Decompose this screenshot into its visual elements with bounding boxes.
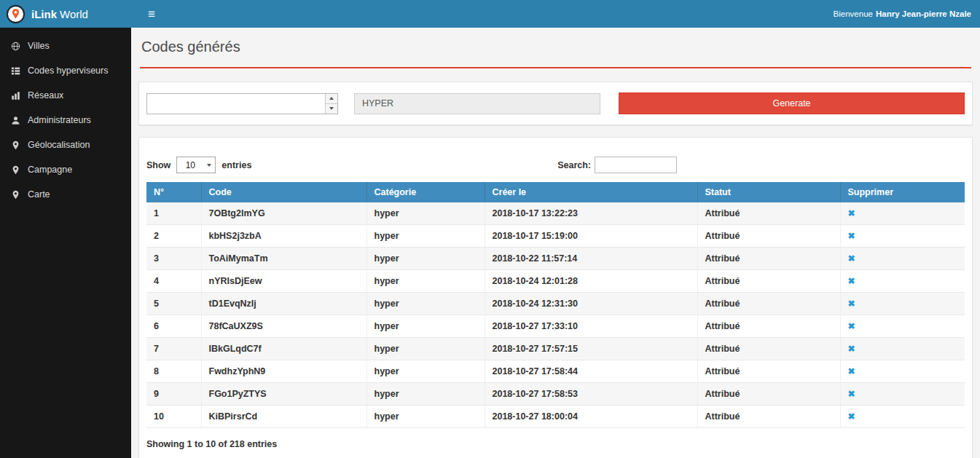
sidebar-item-carte[interactable]: Carte [0, 182, 131, 207]
column-header-categorie[interactable]: Catégorie [366, 182, 485, 202]
cell-statut: Attribué [697, 315, 840, 338]
sidebar-item-codes-hyperviseurs[interactable]: Codes hyperviseurs [0, 58, 131, 83]
cell-creer-le: 2018-10-22 11:57:14 [485, 248, 697, 270]
sidebar-item-reseaux[interactable]: Réseaux [0, 83, 131, 108]
page-length-select[interactable]: 10 [176, 157, 216, 173]
cell-numero: 1 [146, 202, 201, 225]
column-header-creer-le[interactable]: Créer le [485, 182, 697, 202]
cell-code: tD1EvqNzIj [201, 293, 366, 315]
sidebar: Villes Codes hyperviseurs Réseaux Admini… [0, 28, 131, 458]
chevron-down-icon [203, 157, 215, 173]
cell-supprimer: ✖ [840, 383, 965, 406]
cell-categorie: hyper [366, 338, 485, 360]
sidebar-item-label: Réseaux [28, 90, 63, 100]
category-input[interactable] [354, 93, 600, 114]
entries-label: entries [222, 160, 251, 170]
column-header-numero[interactable]: N° [146, 182, 201, 202]
spinner-down-icon[interactable] [326, 104, 337, 114]
cell-code: KiBPirsrCd [201, 406, 366, 428]
column-header-statut[interactable]: Statut [697, 182, 840, 202]
delete-icon[interactable]: ✖ [848, 366, 855, 376]
cell-creer-le: 2018-10-27 17:58:53 [485, 383, 697, 406]
cell-numero: 10 [146, 406, 201, 428]
cell-categorie: hyper [366, 225, 485, 248]
user-icon [11, 116, 20, 125]
cell-numero: 4 [146, 270, 201, 293]
show-label: Show [146, 160, 170, 170]
cell-supprimer: ✖ [840, 406, 965, 428]
delete-icon[interactable]: ✖ [848, 411, 855, 422]
sidebar-toggle-icon[interactable]: ≡ [142, 5, 161, 23]
cell-code: kbHS2j3zbA [201, 225, 366, 248]
cell-categorie: hyper [366, 248, 485, 270]
welcome-prefix: Bienvenue [834, 9, 873, 18]
sidebar-item-geolocalisation[interactable]: Géolocalisation [0, 133, 131, 157]
globe-icon [11, 42, 20, 51]
delete-icon[interactable]: ✖ [848, 253, 855, 264]
cell-supprimer: ✖ [840, 360, 965, 383]
codes-table: N° Code Catégorie Créer le Statut Suppri… [146, 182, 965, 428]
cell-code: 78fCaUXZ9S [201, 315, 366, 338]
cell-categorie: hyper [366, 406, 485, 428]
content-header: Codes générés [131, 28, 980, 68]
cell-supprimer: ✖ [840, 293, 965, 315]
sidebar-item-villes[interactable]: Villes [0, 33, 131, 58]
table-header: N° Code Catégorie Créer le Statut Suppri… [146, 182, 965, 202]
delete-icon[interactable]: ✖ [848, 276, 855, 286]
red-divider [140, 67, 971, 68]
table-row: 5 tD1EvqNzIj hyper 2018-10-24 12:31:30 A… [146, 293, 965, 315]
search-label: Search: [557, 160, 591, 170]
cell-numero: 5 [146, 293, 201, 315]
table-row: 1 7OBtg2lmYG hyper 2018-10-17 13:22:23 A… [146, 202, 965, 225]
code-count-field[interactable] [147, 94, 325, 114]
table-info: Showing 1 to 10 of 218 entries [146, 439, 965, 449]
map-marker-icon [11, 190, 20, 200]
delete-icon[interactable]: ✖ [848, 208, 855, 218]
delete-icon[interactable]: ✖ [848, 321, 855, 331]
table-row: 3 ToAiMymaTm hyper 2018-10-22 11:57:14 A… [146, 248, 965, 270]
spinner-up-icon[interactable] [326, 94, 337, 104]
map-marker-icon [11, 141, 20, 150]
code-count-input[interactable] [146, 93, 338, 114]
table-controls: Show 10 entries Search: [146, 157, 965, 173]
cell-statut: Attribué [697, 248, 840, 270]
table-panel: Show 10 entries Search: [138, 137, 973, 458]
page-title: Codes générés [141, 39, 971, 55]
cell-statut: Attribué [697, 383, 840, 406]
table-row: 10 KiBPirsrCd hyper 2018-10-27 18:00:04 … [146, 406, 965, 428]
brand[interactable]: iLinkWorld [0, 0, 131, 28]
column-header-code[interactable]: Code [201, 182, 366, 202]
cell-creer-le: 2018-10-27 17:33:10 [485, 315, 697, 338]
cell-code: ToAiMymaTm [201, 248, 366, 270]
delete-icon[interactable]: ✖ [848, 231, 855, 241]
sidebar-item-label: Administrateurs [28, 115, 91, 125]
column-header-supprimer[interactable]: Supprimer [840, 182, 965, 202]
cell-code: 7OBtg2lmYG [201, 202, 366, 225]
generate-button[interactable]: Generate [619, 92, 965, 114]
sidebar-item-label: Carte [28, 189, 50, 200]
delete-icon[interactable]: ✖ [848, 299, 855, 309]
number-spinner [325, 94, 337, 114]
table-row: 4 nYRIsDjEew hyper 2018-10-24 12:01:28 A… [146, 270, 965, 293]
brand-bold: iLink [31, 8, 57, 20]
sidebar-item-administrateurs[interactable]: Administrateurs [0, 108, 131, 133]
delete-icon[interactable]: ✖ [848, 389, 855, 399]
page-length-group: Show 10 entries [146, 157, 251, 173]
welcome-text: Bienvenue Hanry Jean-pierre Nzale [834, 9, 980, 18]
map-marker-icon [11, 165, 20, 175]
cell-creer-le: 2018-10-17 15:19:00 [485, 225, 697, 248]
sidebar-item-label: Campagne [28, 165, 72, 175]
sidebar-item-campagne[interactable]: Campagne [0, 157, 131, 182]
cell-categorie: hyper [366, 315, 485, 338]
cell-statut: Attribué [697, 338, 840, 360]
cell-creer-le: 2018-10-27 17:57:15 [485, 338, 697, 360]
table-row: 7 IBkGLqdC7f hyper 2018-10-27 17:57:15 A… [146, 338, 965, 360]
table-body: 1 7OBtg2lmYG hyper 2018-10-17 13:22:23 A… [146, 202, 965, 428]
bar-chart-icon [11, 91, 20, 100]
cell-code: FwdhzYphN9 [201, 360, 366, 383]
sidebar-item-label: Codes hyperviseurs [28, 66, 108, 76]
cell-code: nYRIsDjEew [201, 270, 366, 293]
search-input[interactable] [595, 157, 677, 173]
cell-statut: Attribué [697, 225, 840, 248]
delete-icon[interactable]: ✖ [848, 344, 855, 354]
